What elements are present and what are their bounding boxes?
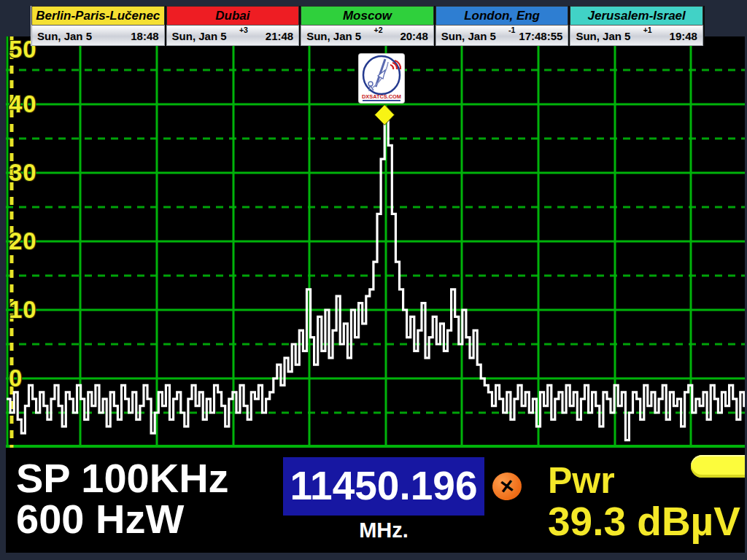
clock-time: 21:48 [266, 30, 293, 42]
status-pill [691, 455, 745, 478]
power-value: 39.3 dBµV [548, 502, 740, 542]
cancel-icon[interactable]: ✕ [491, 470, 524, 502]
filter-bandwidth-readout: 600 HzW [16, 499, 184, 540]
clock-date: Sun, Jan 5 [37, 30, 92, 42]
clock-utc-offset: +2 [374, 26, 383, 34]
clock-city-name: London, Eng [436, 6, 569, 25]
readout-bar: SP 100KHz 600 HzW 11450.196 MHz. ✕ Pwr 3… [6, 451, 745, 553]
clock-date: Sun, Jan 5 [441, 30, 496, 42]
clock-utc-offset: -1 [508, 26, 515, 34]
dxsatcs-logo: DXSATCS.COM [359, 54, 404, 103]
clock-city-name: Jerusalem-Israel [570, 6, 703, 25]
y-tick-label: 20 [9, 228, 37, 255]
logo-text: DXSATCS.COM [362, 93, 401, 100]
y-tick-label: 40 [9, 90, 37, 118]
y-tick-label: 30 [9, 159, 37, 187]
clock-utc-offset: +1 [643, 26, 652, 34]
analyzer-screen: Berlin-Paris-LučenecSun, Jan 518:48Dubai… [0, 0, 747, 560]
y-tick-label: 10 [9, 296, 37, 324]
clock-city-name: Dubai [166, 6, 300, 25]
clock-time: 17:48:55 [519, 30, 562, 42]
clock-date-time-row: Sun, Jan 5-117:48:55 [436, 25, 569, 46]
clock-panel-3: MoscowSun, Jan 5+220:48 [301, 6, 436, 46]
spectrum-trace [7, 122, 745, 440]
clock-date: Sun, Jan 5 [172, 30, 227, 42]
span-readout: SP 100KHz [16, 458, 229, 499]
clock-date-time-row: Sun, Jan 5+220:48 [301, 25, 434, 46]
power-label: Pwr [548, 462, 615, 499]
clock-panel-2: DubaiSun, Jan 5+321:48 [166, 6, 301, 46]
clock-time: 18:48 [131, 30, 158, 42]
satellite-dish-icon: DXSATCS.COM [359, 54, 404, 103]
clock-time: 19:48 [670, 30, 697, 42]
peak-marker-diamond-icon [375, 105, 395, 125]
frequency-unit-label: MHz. [283, 518, 484, 542]
clock-city-name: Moscow [301, 6, 434, 25]
clock-date-time-row: Sun, Jan 518:48 [31, 25, 165, 46]
clock-utc-offset: +3 [239, 26, 248, 34]
clock-city-name: Berlin-Paris-Lučenec [31, 6, 165, 25]
clock-panel-4: London, EngSun, Jan 5-117:48:55 [436, 6, 570, 46]
clock-date-time-row: Sun, Jan 5+321:48 [166, 25, 300, 46]
clock-date: Sun, Jan 5 [576, 30, 630, 42]
clock-date-time-row: Sun, Jan 5+119:48 [570, 25, 703, 46]
clock-time: 20:48 [400, 30, 427, 42]
frequency-display: 11450.196 [283, 457, 484, 516]
y-tick-label: 0 [9, 365, 23, 392]
clock-panel-5: Jerusalem-IsraelSun, Jan 5+119:48 [570, 6, 705, 46]
clock-date: Sun, Jan 5 [306, 30, 361, 42]
clock-panel-1: Berlin-Paris-LučenecSun, Jan 518:48 [31, 6, 166, 46]
world-clock-bar: Berlin-Paris-LučenecSun, Jan 518:48Dubai… [31, 6, 705, 46]
